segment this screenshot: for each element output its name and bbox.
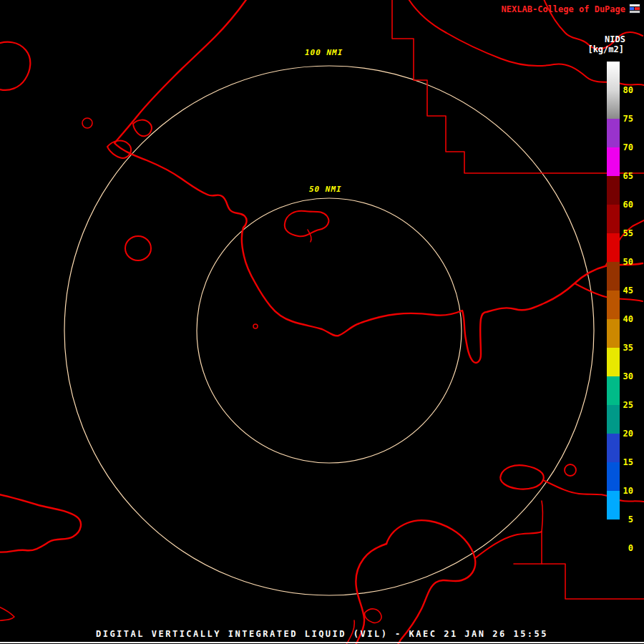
colorbar-tick-label: 60	[622, 199, 633, 210]
colorbar-tick-label: 65	[622, 170, 633, 182]
colorbar-segment	[607, 376, 620, 405]
colorbar-tick-label: 25	[622, 399, 633, 411]
colorbar-tick-label: 15	[622, 457, 633, 468]
colorbar-segment	[607, 205, 620, 233]
colorbar	[607, 62, 620, 577]
colorbar-segment	[607, 348, 620, 376]
coast-sw-small	[0, 605, 14, 621]
colorbar-ticks: 80757065605550454035302520151050	[622, 62, 633, 577]
lake-ring-west	[125, 236, 151, 260]
legend-units: [kg/m2]	[587, 44, 624, 54]
colorbar-tick-label: 80	[622, 84, 633, 96]
island-top-left	[0, 42, 30, 90]
islet-small-nw	[82, 118, 92, 128]
colorbar-segment	[607, 62, 620, 90]
lagoon-east-shore	[386, 520, 475, 644]
colorbar-segment	[607, 176, 620, 205]
colorbar-segment	[607, 491, 620, 519]
colorbar-tick-label: 40	[622, 313, 633, 325]
range-ring-100nmi	[64, 66, 594, 595]
colorbar-segment	[607, 291, 620, 319]
colorbar-tick-label: 5	[622, 514, 633, 525]
coastline-main	[114, 0, 643, 363]
range-ring-label-50nmi: 50 NMI	[308, 185, 343, 194]
colorbar-segment	[607, 147, 620, 176]
range-ring-50nmi	[197, 198, 462, 463]
colorbar-tick-label: 70	[622, 142, 633, 153]
radar-viewer: NEXLAB-College of DuPage NIDS [kg/m2] 80…	[0, 0, 644, 644]
islet-east	[565, 464, 576, 476]
island-nw-2	[133, 120, 152, 137]
colorbar-segment	[607, 90, 620, 119]
range-ring-label-100nmi: 100 NMI	[303, 48, 344, 57]
colorbar-tick-label: 35	[622, 342, 633, 353]
bottom-divider	[0, 642, 644, 643]
peninsula-sw	[0, 494, 81, 552]
island-nw-1	[107, 141, 131, 158]
colorbar-tick-label: 45	[622, 285, 633, 296]
colorbar-segment	[607, 434, 620, 462]
colorbar-segment	[607, 262, 620, 291]
colorbar-segment	[607, 405, 620, 434]
colorbar-tick-label: 20	[622, 428, 633, 439]
radar-map-canvas	[0, 0, 644, 644]
islet-center	[253, 324, 258, 328]
island-center-hook	[308, 230, 311, 242]
border-east-vertical	[542, 501, 543, 532]
colorbar-tick-label: 0	[622, 542, 633, 554]
product-title: DIGITAL VERTICALLY INTEGRATED LIQUID (VI…	[0, 629, 644, 639]
colorbar-segment	[607, 119, 620, 147]
colorbar-segment	[607, 462, 620, 491]
colorbar-tick-label: 55	[622, 228, 633, 239]
colorbar-tick-label: 75	[622, 113, 633, 125]
brand-link[interactable]: NEXLAB-College of DuPage	[502, 4, 625, 14]
colorbar-segment	[607, 319, 620, 348]
legend-title: NIDS	[605, 34, 625, 44]
island-east	[500, 465, 544, 489]
colorbar-tick-label: 10	[622, 485, 633, 497]
colorbar-segment	[607, 548, 620, 577]
island-center-north	[285, 211, 329, 237]
colorbar-segment	[607, 519, 620, 548]
cod-logo-icon[interactable]	[628, 2, 641, 15]
colorbar-tick-label: 50	[622, 256, 633, 268]
lagoon-inner	[365, 609, 381, 623]
colorbar-segment	[607, 233, 620, 262]
colorbar-tick-label: 30	[622, 371, 633, 382]
